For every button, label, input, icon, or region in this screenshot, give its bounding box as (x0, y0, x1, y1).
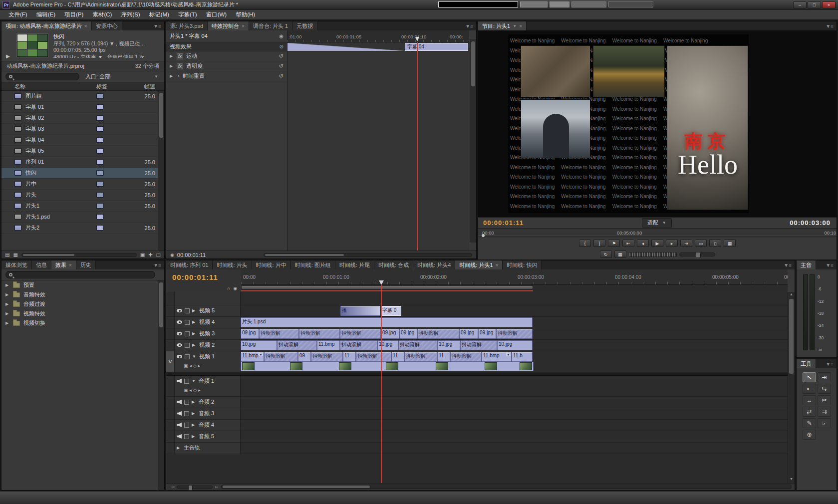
go-to-previous-edit-button[interactable]: ⇤ (622, 240, 634, 247)
menu-item-3[interactable]: 项目(P) (60, 10, 88, 19)
master-track-lane[interactable] (241, 443, 788, 454)
project-item-row[interactable]: 片头1.psd (1, 212, 164, 223)
view-mode-icon-1[interactable]: ▤ (5, 252, 9, 257)
video-track-lane[interactable]: 11.bmp▼抖动溶解09抖动溶解11抖动溶解11抖动溶解11抖动溶解11.bm… (241, 351, 788, 372)
timeline-clip[interactable]: 11 (343, 352, 356, 362)
effect-row[interactable]: ▶fx运动↺ (166, 51, 287, 61)
timeline-clip[interactable]: 11 (391, 352, 404, 362)
menu-item-6[interactable]: 标记(M) (145, 10, 174, 19)
timeline-clip[interactable]: 10.jpg (377, 340, 398, 350)
label-chip[interactable] (96, 170, 104, 176)
track-output-toggle-icon[interactable] (177, 309, 182, 312)
timeline-clip[interactable]: 片头 1.psd (241, 317, 533, 327)
keyframe-icon[interactable]: ◇ (193, 388, 197, 393)
slip-tool[interactable]: ⇄ (803, 407, 816, 417)
timeline-clip[interactable]: 09.jpg (399, 329, 417, 339)
label-chip[interactable] (96, 181, 104, 187)
scroll-down-arrow[interactable]: ▼ (788, 477, 795, 483)
tab-close-icon[interactable]: × (84, 23, 87, 29)
timeline-tab-2[interactable]: 时间线: 片头 (213, 260, 252, 269)
program-mini-timeline[interactable]: 00:00 00:05:00:00 00:10: (478, 228, 837, 238)
expand-triangle-icon[interactable]: ▶ (170, 64, 174, 68)
audio-track-lane[interactable] (241, 420, 788, 431)
effect-controls-scrollbar[interactable] (470, 39, 476, 243)
audio-track-lane[interactable] (241, 431, 788, 442)
transition-clip[interactable]: 抖动溶解 (340, 329, 381, 339)
timeline-clip[interactable]: 09.jpg (478, 329, 496, 339)
panel-menu-icon[interactable]: ▼≡ (150, 260, 164, 269)
timeline-tab-3[interactable]: 时间线: 片中 (252, 260, 291, 269)
ripple-edit-tool[interactable]: ⇤ (803, 384, 816, 394)
lift-button[interactable]: ▭ (695, 240, 707, 247)
label-chip[interactable] (96, 192, 104, 198)
panel-menu-icon[interactable]: ▼≡ (150, 21, 164, 30)
project-item-row[interactable]: 字幕 01 (1, 102, 164, 113)
folder-row[interactable]: ▶音频过渡 (1, 299, 164, 309)
reset-effect-icon[interactable]: ↺ (279, 53, 283, 59)
timeline-clip[interactable]: 10.jpg (497, 340, 533, 350)
menu-item-8[interactable]: 窗口(W) (202, 10, 232, 19)
timeline-tab-6[interactable]: 时间线: 合成 (374, 260, 413, 269)
playhead-marker[interactable] (379, 280, 384, 285)
collapse-triangle-icon[interactable]: ▶ (192, 308, 197, 313)
menu-item-5[interactable]: 序列(S) (116, 10, 144, 19)
track-output-toggle-icon[interactable] (177, 355, 182, 358)
project-item-row[interactable]: 片头125.0 (1, 201, 164, 212)
audio-track-lane[interactable] (241, 397, 788, 408)
program-timecode[interactable]: 00:00:01:11 (478, 219, 524, 227)
timeline-vertical-scrollbar[interactable]: ▲ ▼ (788, 292, 795, 483)
sync-lock-icon[interactable] (184, 400, 189, 405)
track-target-cell[interactable] (166, 328, 175, 339)
show-hide-timeline-icon[interactable]: ◉ (279, 33, 283, 39)
project-item-row[interactable]: 片头25.0 (1, 190, 164, 201)
track-target-cell[interactable] (166, 340, 175, 351)
transition-clip[interactable]: 抖动溶解 (496, 329, 533, 339)
track-target-cell[interactable] (166, 305, 175, 316)
go-to-in-button[interactable]: { (579, 240, 591, 247)
label-chip[interactable] (96, 148, 104, 154)
project-scrollbar[interactable] (158, 91, 164, 251)
previous-keyframe-icon[interactable]: ◂ (190, 388, 192, 393)
scrollbar-thumb[interactable] (159, 282, 163, 327)
effect-row[interactable]: ▶fx透明度↺ (166, 61, 287, 71)
effect-controls-timecode[interactable]: 00:00:01:11 (177, 252, 206, 258)
reset-effect-icon[interactable]: ↺ (279, 73, 283, 79)
track-target-cell[interactable] (166, 376, 175, 396)
sync-lock-icon[interactable] (185, 320, 190, 325)
preview-thumbnail[interactable] (16, 33, 48, 57)
label-chip[interactable] (96, 104, 104, 110)
transition-clip[interactable]: 抖动溶解 (299, 329, 340, 339)
transition-clip[interactable]: 抖动溶解 (340, 340, 377, 350)
selection-tool[interactable]: ↖ (803, 372, 816, 382)
collapse-triangle-icon[interactable]: ▶ (177, 446, 181, 450)
zoom-tool[interactable]: ⊕ (803, 430, 816, 440)
preview-play-icon[interactable]: ▶ (6, 53, 10, 59)
column-label[interactable]: 标签 (96, 83, 128, 90)
project-item-row[interactable]: 字幕 04 (1, 135, 164, 146)
panel-menu-icon[interactable]: ▼≡ (781, 260, 795, 269)
sync-lock-icon[interactable] (184, 434, 189, 439)
project-action-icon-1[interactable]: ▣ (140, 252, 145, 257)
collapse-triangle-icon[interactable]: ▼ (192, 379, 196, 383)
scroll-up-arrow[interactable]: ▲ (788, 292, 795, 298)
timeline-horizontal-scrollbar[interactable] (221, 485, 792, 489)
track-mute-toggle-icon[interactable] (177, 434, 182, 439)
timeline-clip[interactable]: 推 (340, 306, 380, 316)
zoom-slider[interactable]: ◅ ▻ (166, 485, 218, 489)
video-track-lane[interactable]: 10.jpg抖动溶解11.bmp抖动溶解10.jpg抖动溶解10.jpg抖动溶解… (241, 340, 788, 351)
program-tab-1[interactable]: 节目: 片头1▼× (478, 21, 527, 30)
timeline-timecode[interactable]: 00:00:01:11 (166, 269, 241, 285)
folder-row[interactable]: ▶预置 (1, 280, 164, 290)
video-track-lane[interactable]: 片头 1.psd (241, 317, 788, 328)
project-item-row[interactable]: 图片组25.0 (1, 91, 164, 102)
expand-triangle-icon[interactable]: ▶ (170, 74, 174, 78)
close-button[interactable]: × (822, 1, 836, 8)
label-chip[interactable] (96, 137, 104, 143)
project-item-row[interactable]: 片中25.0 (1, 179, 164, 190)
transition-clip[interactable]: 抖动溶解 (264, 352, 298, 362)
previous-keyframe-icon[interactable]: ◂ (190, 363, 192, 368)
project-search-input[interactable] (5, 73, 79, 80)
label-chip[interactable] (96, 159, 104, 165)
hand-tool[interactable]: ☞ (818, 418, 831, 428)
label-chip[interactable] (96, 214, 104, 220)
